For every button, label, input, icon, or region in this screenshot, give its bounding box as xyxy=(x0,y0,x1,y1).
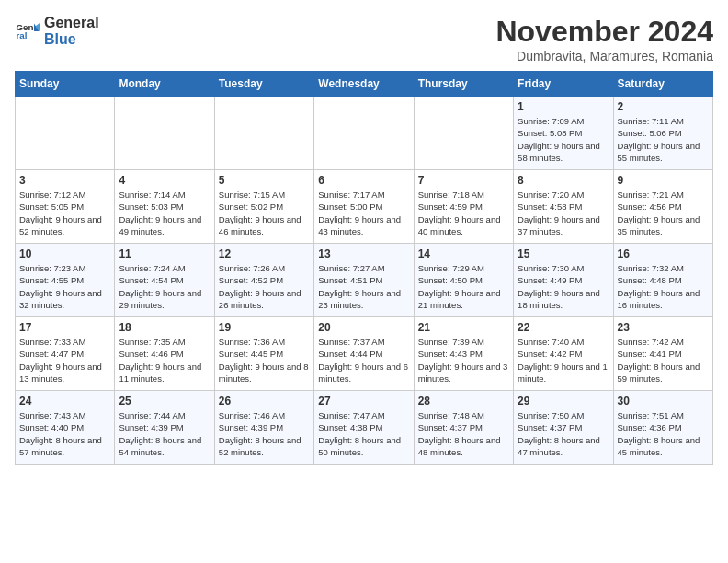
table-row: 25Sunrise: 7:44 AM Sunset: 4:39 PM Dayli… xyxy=(115,391,214,465)
day-number: 29 xyxy=(518,395,609,408)
title-area: November 2024 Dumbravita, Maramures, Rom… xyxy=(495,15,713,63)
header: Gene ral General Blue November 2024 Dumb… xyxy=(15,15,713,63)
day-number: 13 xyxy=(318,247,409,260)
day-info: Sunrise: 7:37 AM Sunset: 4:44 PM Dayligh… xyxy=(318,336,409,385)
day-number: 23 xyxy=(618,321,709,334)
day-info: Sunrise: 7:24 AM Sunset: 4:54 PM Dayligh… xyxy=(119,262,210,311)
day-info: Sunrise: 7:36 AM Sunset: 4:45 PM Dayligh… xyxy=(219,336,310,385)
header-wednesday: Wednesday xyxy=(314,72,414,97)
day-number: 11 xyxy=(119,247,210,260)
day-number: 20 xyxy=(318,321,409,334)
day-info: Sunrise: 7:14 AM Sunset: 5:03 PM Dayligh… xyxy=(119,189,210,237)
day-number: 28 xyxy=(418,395,509,408)
day-info: Sunrise: 7:12 AM Sunset: 5:05 PM Dayligh… xyxy=(19,189,110,237)
table-row: 5Sunrise: 7:15 AM Sunset: 5:02 PM Daylig… xyxy=(214,170,313,244)
day-info: Sunrise: 7:33 AM Sunset: 4:47 PM Dayligh… xyxy=(19,336,110,385)
table-row: 23Sunrise: 7:42 AM Sunset: 4:41 PM Dayli… xyxy=(613,317,712,391)
day-info: Sunrise: 7:44 AM Sunset: 4:39 PM Dayligh… xyxy=(119,409,210,458)
table-row: 6Sunrise: 7:17 AM Sunset: 5:00 PM Daylig… xyxy=(314,170,414,244)
day-info: Sunrise: 7:21 AM Sunset: 4:56 PM Dayligh… xyxy=(618,189,709,237)
day-number: 9 xyxy=(618,174,709,187)
day-number: 18 xyxy=(119,321,210,334)
table-row: 22Sunrise: 7:40 AM Sunset: 4:42 PM Dayli… xyxy=(514,317,613,391)
day-number: 14 xyxy=(418,247,509,260)
table-row xyxy=(414,97,513,170)
table-row: 20Sunrise: 7:37 AM Sunset: 4:44 PM Dayli… xyxy=(314,317,414,391)
day-number: 21 xyxy=(418,321,509,334)
table-row: 8Sunrise: 7:20 AM Sunset: 4:58 PM Daylig… xyxy=(514,170,613,244)
logo-icon: Gene ral xyxy=(15,18,40,44)
day-info: Sunrise: 7:23 AM Sunset: 4:55 PM Dayligh… xyxy=(19,262,110,311)
day-number: 12 xyxy=(219,247,310,260)
table-row: 10Sunrise: 7:23 AM Sunset: 4:55 PM Dayli… xyxy=(16,244,115,317)
header-sunday: Sunday xyxy=(16,72,115,97)
day-info: Sunrise: 7:32 AM Sunset: 4:48 PM Dayligh… xyxy=(618,262,709,311)
table-row: 4Sunrise: 7:14 AM Sunset: 5:03 PM Daylig… xyxy=(115,170,214,244)
logo-line1: General xyxy=(44,15,99,31)
day-number: 15 xyxy=(518,247,609,260)
day-info: Sunrise: 7:27 AM Sunset: 4:51 PM Dayligh… xyxy=(318,262,409,311)
day-info: Sunrise: 7:48 AM Sunset: 4:37 PM Dayligh… xyxy=(418,409,509,458)
day-number: 22 xyxy=(518,321,609,334)
table-row: 26Sunrise: 7:46 AM Sunset: 4:39 PM Dayli… xyxy=(214,391,313,465)
day-info: Sunrise: 7:17 AM Sunset: 5:00 PM Dayligh… xyxy=(318,189,409,237)
table-row: 28Sunrise: 7:48 AM Sunset: 4:37 PM Dayli… xyxy=(414,391,513,465)
day-info: Sunrise: 7:47 AM Sunset: 4:38 PM Dayligh… xyxy=(318,409,409,458)
day-number: 3 xyxy=(19,174,110,187)
table-row: 12Sunrise: 7:26 AM Sunset: 4:52 PM Dayli… xyxy=(214,244,313,317)
day-number: 27 xyxy=(318,395,409,408)
day-number: 1 xyxy=(518,100,609,113)
day-number: 4 xyxy=(119,174,210,187)
day-number: 6 xyxy=(318,174,409,187)
table-row: 3Sunrise: 7:12 AM Sunset: 5:05 PM Daylig… xyxy=(16,170,115,244)
table-row: 16Sunrise: 7:32 AM Sunset: 4:48 PM Dayli… xyxy=(613,244,712,317)
day-info: Sunrise: 7:11 AM Sunset: 5:06 PM Dayligh… xyxy=(618,115,709,164)
header-thursday: Thursday xyxy=(414,72,513,97)
logo-line2: Blue xyxy=(44,31,99,48)
day-number: 10 xyxy=(19,247,110,260)
logo: Gene ral General Blue xyxy=(15,15,99,47)
table-row: 9Sunrise: 7:21 AM Sunset: 4:56 PM Daylig… xyxy=(613,170,712,244)
day-number: 25 xyxy=(119,395,210,408)
day-number: 8 xyxy=(518,174,609,187)
table-row: 27Sunrise: 7:47 AM Sunset: 4:38 PM Dayli… xyxy=(314,391,414,465)
day-number: 26 xyxy=(219,395,310,408)
day-info: Sunrise: 7:20 AM Sunset: 4:58 PM Dayligh… xyxy=(518,189,609,237)
table-row: 24Sunrise: 7:43 AM Sunset: 4:40 PM Dayli… xyxy=(16,391,115,465)
table-row xyxy=(16,97,115,170)
day-info: Sunrise: 7:42 AM Sunset: 4:41 PM Dayligh… xyxy=(618,336,709,385)
header-friday: Friday xyxy=(514,72,613,97)
day-info: Sunrise: 7:29 AM Sunset: 4:50 PM Dayligh… xyxy=(418,262,509,311)
header-monday: Monday xyxy=(115,72,214,97)
day-info: Sunrise: 7:35 AM Sunset: 4:46 PM Dayligh… xyxy=(119,336,210,385)
day-info: Sunrise: 7:15 AM Sunset: 5:02 PM Dayligh… xyxy=(219,189,310,237)
table-row: 1Sunrise: 7:09 AM Sunset: 5:08 PM Daylig… xyxy=(514,97,613,170)
table-row: 13Sunrise: 7:27 AM Sunset: 4:51 PM Dayli… xyxy=(314,244,414,317)
day-info: Sunrise: 7:43 AM Sunset: 4:40 PM Dayligh… xyxy=(19,409,110,458)
day-info: Sunrise: 7:50 AM Sunset: 4:37 PM Dayligh… xyxy=(518,409,609,458)
day-number: 30 xyxy=(618,395,709,408)
day-info: Sunrise: 7:46 AM Sunset: 4:39 PM Dayligh… xyxy=(219,409,310,458)
svg-text:ral: ral xyxy=(16,30,27,40)
calendar-body: 1Sunrise: 7:09 AM Sunset: 5:08 PM Daylig… xyxy=(16,97,713,465)
day-info: Sunrise: 7:09 AM Sunset: 5:08 PM Dayligh… xyxy=(518,115,609,164)
table-row: 21Sunrise: 7:39 AM Sunset: 4:43 PM Dayli… xyxy=(414,317,513,391)
table-row: 19Sunrise: 7:36 AM Sunset: 4:45 PM Dayli… xyxy=(214,317,313,391)
day-info: Sunrise: 7:39 AM Sunset: 4:43 PM Dayligh… xyxy=(418,336,509,385)
table-row: 11Sunrise: 7:24 AM Sunset: 4:54 PM Dayli… xyxy=(115,244,214,317)
table-row: 18Sunrise: 7:35 AM Sunset: 4:46 PM Dayli… xyxy=(115,317,214,391)
day-number: 16 xyxy=(618,247,709,260)
day-info: Sunrise: 7:30 AM Sunset: 4:49 PM Dayligh… xyxy=(518,262,609,311)
day-number: 2 xyxy=(618,100,709,113)
table-row xyxy=(115,97,214,170)
table-row: 30Sunrise: 7:51 AM Sunset: 4:36 PM Dayli… xyxy=(613,391,712,465)
day-number: 7 xyxy=(418,174,509,187)
header-tuesday: Tuesday xyxy=(214,72,313,97)
day-info: Sunrise: 7:26 AM Sunset: 4:52 PM Dayligh… xyxy=(219,262,310,311)
day-number: 24 xyxy=(19,395,110,408)
calendar-header: Sunday Monday Tuesday Wednesday Thursday… xyxy=(16,72,713,97)
calendar-table: Sunday Monday Tuesday Wednesday Thursday… xyxy=(15,71,713,465)
location-subtitle: Dumbravita, Maramures, Romania xyxy=(495,49,713,63)
header-saturday: Saturday xyxy=(613,72,712,97)
month-title: November 2024 xyxy=(495,15,713,49)
